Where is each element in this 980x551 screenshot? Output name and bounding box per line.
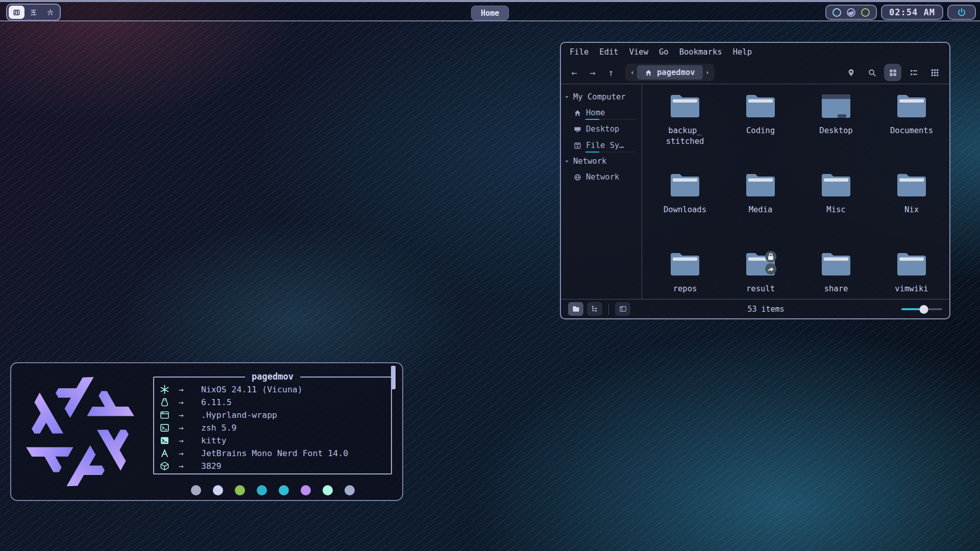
folder-label: repos [649, 284, 721, 294]
folder-coding[interactable]: Coding [724, 90, 797, 169]
folder-icon [800, 169, 872, 201]
path-segment-label: pagedmov [657, 68, 695, 77]
folder-label: backup_ stitched [649, 126, 721, 147]
folder-downloads[interactable]: Downloads [649, 169, 721, 248]
sidebar-group-network[interactable]: Network [561, 154, 642, 169]
fetch-value: 3829 [201, 461, 222, 471]
folder-label: share [800, 284, 872, 294]
menu-item-bookmarks[interactable]: Bookmarks [679, 47, 722, 57]
path-bar: pagedmov [625, 64, 715, 81]
folder-icon [875, 169, 948, 201]
menu-item-view[interactable]: View [629, 47, 648, 57]
power-icon [957, 8, 966, 17]
arrow-right-icon: → [172, 397, 201, 407]
clock-text: 02:54 AM [889, 7, 935, 17]
fetch-row-package: →3829 [160, 460, 391, 472]
window-manager-icon [160, 410, 172, 420]
workspace-button-1[interactable]: 四 [9, 6, 24, 19]
indicator-3-icon [861, 8, 870, 17]
toolbar: ← → ↑ pagedmov [561, 61, 949, 84]
fetch-value: JetBrains Mono Nerd Font 14.0 [201, 448, 348, 458]
dir-tree-toggle-button[interactable] [587, 302, 602, 316]
up-button[interactable]: ↑ [604, 65, 618, 80]
menu-bar: FileEditViewGoBookmarksHelp [561, 43, 949, 61]
folder-documents[interactable]: Documents [875, 90, 948, 169]
places-toggle-button[interactable] [568, 302, 583, 316]
workspace-button-3[interactable]: 六 [42, 6, 58, 19]
fetch-hostname: pagedmov [245, 371, 300, 382]
path-scroll-right-button[interactable] [703, 66, 713, 79]
folder-nix[interactable]: Nix [875, 169, 948, 248]
fetch-value: .Hyprland-wrapp [201, 410, 277, 420]
back-button[interactable]: ← [567, 65, 581, 80]
palette-color-8 [345, 485, 355, 495]
items-count-text: 53 items [634, 305, 898, 314]
menu-item-file[interactable]: File [570, 47, 589, 57]
forward-button[interactable]: → [585, 65, 600, 80]
sidebar-group-my-computer[interactable]: My Computer [561, 89, 642, 105]
folder-misc[interactable]: Misc [800, 169, 872, 248]
menu-item-edit[interactable]: Edit [599, 47, 618, 57]
disk-icon [574, 142, 581, 149]
folder-icon [724, 90, 797, 122]
folder-icon [724, 248, 797, 280]
fetch-box: pagedmov →NixOS 24.11 (Vicuna)→6.11.5→.H… [153, 377, 392, 474]
power-button[interactable] [947, 5, 976, 20]
desktop-wallpaper: 四五六 Home 02:54 AM FileEditViewGoBookmark… [0, 0, 980, 551]
search-button[interactable] [863, 64, 880, 81]
desktop-folder-icon [800, 90, 872, 122]
menu-item-help[interactable]: Help [733, 47, 752, 57]
sidebar-item-home[interactable]: Home [561, 105, 642, 121]
view-list-button[interactable] [905, 64, 922, 81]
sidebar-item-label: Network [586, 172, 619, 182]
fetch-rows: →NixOS 24.11 (Vicuna)→6.11.5→.Hyprland-w… [154, 378, 391, 472]
folder-icon [649, 90, 721, 122]
path-scroll-left-button[interactable] [627, 66, 637, 79]
fetch-value: NixOS 24.11 (Vicuna) [201, 385, 303, 394]
sidebar-item-desktop[interactable]: Desktop [561, 121, 642, 137]
tux-icon [160, 397, 172, 407]
icon-zoom-slider[interactable] [901, 304, 942, 314]
folder-label: Documents [875, 126, 948, 136]
folder-icon [800, 248, 872, 280]
workspace-switcher[interactable]: 四五六 [6, 4, 61, 21]
desktop-icon [574, 126, 581, 133]
palette-color-7 [323, 485, 333, 495]
view-grid-button[interactable] [884, 64, 901, 81]
view-compact-button[interactable] [926, 64, 943, 81]
workspace-button-2[interactable]: 五 [26, 6, 41, 19]
sidebar-group-label: My Computer [573, 92, 626, 102]
arrow-right-icon: → [172, 448, 201, 458]
indicator-1-icon [832, 8, 841, 17]
slider-handle[interactable] [920, 305, 928, 314]
folder-desktop[interactable]: Desktop [800, 90, 872, 169]
location-pin-button[interactable] [842, 64, 860, 81]
indicator-2-icon [847, 8, 855, 17]
folder-label: result [724, 284, 797, 294]
folder-label: vimwiki [875, 284, 948, 294]
selection-underline [585, 152, 636, 153]
side-pane-toggle-button[interactable] [615, 302, 630, 316]
top-bar: 四五六 Home 02:54 AM [0, 0, 980, 21]
sidebar-item-filesy[interactable]: File Sy… [561, 137, 642, 154]
palette-color-1 [191, 485, 201, 495]
folder-grid: backup_ stitchedCodingDesktopDocumentsDo… [642, 84, 949, 299]
nixos-logo [17, 369, 143, 494]
file-manager-window: FileEditViewGoBookmarksHelp ← → ↑ pagedm… [560, 42, 950, 319]
fetch-value: zsh 5.9 [201, 423, 237, 433]
places-sidebar: My ComputerHomeDesktopFile Sy…NetworkNet… [561, 84, 642, 299]
folder-backup_stitched[interactable]: backup_ stitched [649, 90, 721, 169]
sidebar-item-network[interactable]: Network [561, 169, 642, 185]
package-icon [160, 461, 172, 471]
folder-icon [649, 169, 721, 201]
folder-label: Coding [724, 126, 797, 136]
folder-media[interactable]: Media [724, 169, 797, 248]
terminal-window: pagedmov →NixOS 24.11 (Vicuna)→6.11.5→.H… [10, 362, 403, 501]
folder-icon [724, 169, 797, 201]
path-segment-home[interactable]: pagedmov [637, 65, 703, 80]
palette-color-3 [235, 485, 245, 495]
folder-label: Desktop [800, 126, 872, 136]
arrow-right-icon: → [172, 461, 201, 471]
folder-icon [875, 90, 948, 122]
menu-item-go[interactable]: Go [659, 47, 669, 57]
